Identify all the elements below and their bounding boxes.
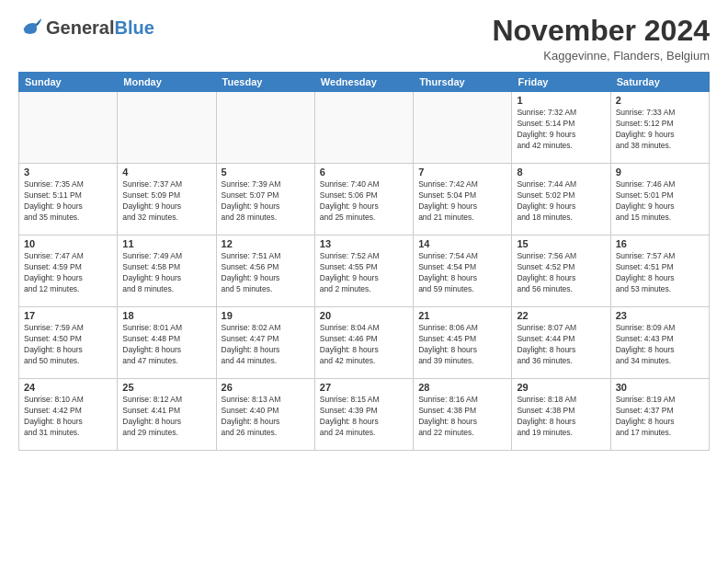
day-info: Sunrise: 7:42 AM Sunset: 5:04 PM Dayligh…	[418, 179, 506, 224]
day-info: Sunrise: 7:40 AM Sunset: 5:06 PM Dayligh…	[320, 179, 408, 224]
day-info: Sunrise: 7:44 AM Sunset: 5:02 PM Dayligh…	[517, 179, 605, 224]
day-number: 22	[517, 310, 605, 321]
header-monday: Monday	[118, 73, 216, 92]
day-number: 27	[320, 382, 408, 393]
table-row	[216, 92, 314, 164]
day-number: 11	[122, 238, 210, 249]
day-info: Sunrise: 7:54 AM Sunset: 4:54 PM Dayligh…	[418, 251, 506, 295]
table-row: 6Sunrise: 7:40 AM Sunset: 5:06 PM Daylig…	[314, 164, 413, 236]
day-info: Sunrise: 7:59 AM Sunset: 4:50 PM Dayligh…	[24, 323, 112, 367]
table-row: 25Sunrise: 8:12 AM Sunset: 4:41 PM Dayli…	[118, 379, 216, 451]
table-row: 11Sunrise: 7:49 AM Sunset: 4:58 PM Dayli…	[118, 236, 216, 307]
day-info: Sunrise: 7:49 AM Sunset: 4:58 PM Dayligh…	[122, 251, 210, 295]
table-row: 29Sunrise: 8:18 AM Sunset: 4:38 PM Dayli…	[512, 379, 610, 451]
table-row: 20Sunrise: 8:04 AM Sunset: 4:46 PM Dayli…	[314, 307, 413, 379]
day-info: Sunrise: 8:10 AM Sunset: 4:42 PM Dayligh…	[24, 395, 112, 439]
day-info: Sunrise: 8:18 AM Sunset: 4:38 PM Dayligh…	[517, 395, 605, 439]
table-row	[19, 92, 118, 164]
location: Kaggevinne, Flanders, Belgium	[492, 49, 710, 63]
day-number: 17	[24, 310, 112, 321]
day-info: Sunrise: 8:15 AM Sunset: 4:39 PM Dayligh…	[320, 395, 408, 439]
table-row: 8Sunrise: 7:44 AM Sunset: 5:02 PM Daylig…	[512, 164, 610, 236]
calendar-row: 10Sunrise: 7:47 AM Sunset: 4:59 PM Dayli…	[19, 236, 710, 307]
day-number: 9	[616, 167, 704, 178]
day-number: 12	[222, 238, 310, 249]
day-number: 7	[418, 167, 506, 178]
calendar-row: 1Sunrise: 7:32 AM Sunset: 5:14 PM Daylig…	[19, 92, 710, 164]
calendar-row: 17Sunrise: 7:59 AM Sunset: 4:50 PM Dayli…	[19, 307, 710, 379]
day-info: Sunrise: 7:33 AM Sunset: 5:12 PM Dayligh…	[616, 108, 704, 152]
day-number: 30	[616, 382, 704, 393]
day-number: 1	[517, 95, 605, 106]
day-info: Sunrise: 8:09 AM Sunset: 4:43 PM Dayligh…	[616, 323, 704, 367]
day-number: 21	[418, 310, 506, 321]
day-number: 10	[24, 238, 112, 249]
header-thursday: Thursday	[414, 73, 512, 92]
day-number: 6	[320, 167, 408, 178]
day-info: Sunrise: 8:04 AM Sunset: 4:46 PM Dayligh…	[320, 323, 408, 367]
weekday-header-row: Sunday Monday Tuesday Wednesday Thursday…	[19, 73, 710, 92]
logo-general: GeneralBlue	[46, 17, 154, 38]
table-row: 19Sunrise: 8:02 AM Sunset: 4:47 PM Dayli…	[216, 307, 314, 379]
day-info: Sunrise: 7:35 AM Sunset: 5:11 PM Dayligh…	[24, 179, 112, 224]
day-info: Sunrise: 8:07 AM Sunset: 4:44 PM Dayligh…	[517, 323, 605, 367]
day-info: Sunrise: 7:47 AM Sunset: 4:59 PM Dayligh…	[24, 251, 112, 295]
month-title: November 2024	[492, 15, 710, 47]
table-row: 7Sunrise: 7:42 AM Sunset: 5:04 PM Daylig…	[414, 164, 512, 236]
table-row	[118, 92, 216, 164]
table-row: 9Sunrise: 7:46 AM Sunset: 5:01 PM Daylig…	[610, 164, 709, 236]
day-number: 15	[517, 238, 605, 249]
day-info: Sunrise: 7:56 AM Sunset: 4:52 PM Dayligh…	[517, 251, 605, 295]
day-number: 29	[517, 382, 605, 393]
day-number: 25	[122, 382, 210, 393]
logo-bird-icon	[18, 15, 44, 40]
day-number: 20	[320, 310, 408, 321]
table-row: 14Sunrise: 7:54 AM Sunset: 4:54 PM Dayli…	[414, 236, 512, 307]
table-row: 28Sunrise: 8:16 AM Sunset: 4:38 PM Dayli…	[414, 379, 512, 451]
day-info: Sunrise: 8:13 AM Sunset: 4:40 PM Dayligh…	[222, 395, 310, 439]
day-info: Sunrise: 8:16 AM Sunset: 4:38 PM Dayligh…	[418, 395, 506, 439]
table-row: 27Sunrise: 8:15 AM Sunset: 4:39 PM Dayli…	[314, 379, 413, 451]
table-row: 2Sunrise: 7:33 AM Sunset: 5:12 PM Daylig…	[610, 92, 709, 164]
day-info: Sunrise: 8:01 AM Sunset: 4:48 PM Dayligh…	[122, 323, 210, 367]
header-tuesday: Tuesday	[216, 73, 314, 92]
table-row: 1Sunrise: 7:32 AM Sunset: 5:14 PM Daylig…	[512, 92, 610, 164]
table-row: 21Sunrise: 8:06 AM Sunset: 4:45 PM Dayli…	[414, 307, 512, 379]
logo: GeneralBlue	[18, 15, 154, 40]
day-number: 28	[418, 382, 506, 393]
day-info: Sunrise: 7:46 AM Sunset: 5:01 PM Dayligh…	[616, 179, 704, 224]
page: GeneralBlue November 2024 Kaggevinne, Fl…	[0, 0, 728, 563]
day-number: 5	[222, 167, 310, 178]
day-number: 2	[616, 95, 704, 106]
day-number: 13	[320, 238, 408, 249]
table-row: 16Sunrise: 7:57 AM Sunset: 4:51 PM Dayli…	[610, 236, 709, 307]
table-row: 13Sunrise: 7:52 AM Sunset: 4:55 PM Dayli…	[314, 236, 413, 307]
day-info: Sunrise: 8:06 AM Sunset: 4:45 PM Dayligh…	[418, 323, 506, 367]
day-info: Sunrise: 8:19 AM Sunset: 4:37 PM Dayligh…	[616, 395, 704, 439]
day-info: Sunrise: 8:12 AM Sunset: 4:41 PM Dayligh…	[122, 395, 210, 439]
header-wednesday: Wednesday	[314, 73, 413, 92]
table-row: 30Sunrise: 8:19 AM Sunset: 4:37 PM Dayli…	[610, 379, 709, 451]
day-info: Sunrise: 7:39 AM Sunset: 5:07 PM Dayligh…	[222, 179, 310, 224]
table-row	[314, 92, 413, 164]
day-info: Sunrise: 7:52 AM Sunset: 4:55 PM Dayligh…	[320, 251, 408, 295]
title-section: November 2024 Kaggevinne, Flanders, Belg…	[492, 15, 710, 63]
day-number: 19	[222, 310, 310, 321]
day-number: 8	[517, 167, 605, 178]
day-info: Sunrise: 7:57 AM Sunset: 4:51 PM Dayligh…	[616, 251, 704, 295]
day-number: 14	[418, 238, 506, 249]
day-number: 23	[616, 310, 704, 321]
day-info: Sunrise: 7:32 AM Sunset: 5:14 PM Dayligh…	[517, 108, 605, 152]
table-row: 17Sunrise: 7:59 AM Sunset: 4:50 PM Dayli…	[19, 307, 118, 379]
day-number: 24	[24, 382, 112, 393]
table-row	[414, 92, 512, 164]
day-info: Sunrise: 8:02 AM Sunset: 4:47 PM Dayligh…	[222, 323, 310, 367]
table-row: 24Sunrise: 8:10 AM Sunset: 4:42 PM Dayli…	[19, 379, 118, 451]
calendar-row: 24Sunrise: 8:10 AM Sunset: 4:42 PM Dayli…	[19, 379, 710, 451]
calendar-row: 3Sunrise: 7:35 AM Sunset: 5:11 PM Daylig…	[19, 164, 710, 236]
header-saturday: Saturday	[610, 73, 709, 92]
table-row: 23Sunrise: 8:09 AM Sunset: 4:43 PM Dayli…	[610, 307, 709, 379]
day-number: 3	[24, 167, 112, 178]
calendar: Sunday Monday Tuesday Wednesday Thursday…	[18, 72, 710, 451]
table-row: 4Sunrise: 7:37 AM Sunset: 5:09 PM Daylig…	[118, 164, 216, 236]
